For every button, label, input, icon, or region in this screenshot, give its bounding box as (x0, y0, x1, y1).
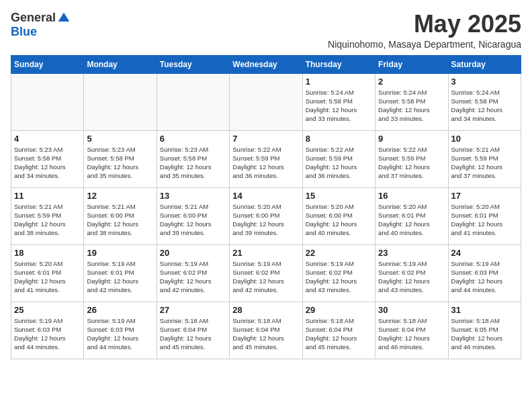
day-info: Sunrise: 5:23 AM Sunset: 5:58 PM Dayligh… (87, 145, 153, 181)
day-info: Sunrise: 5:19 AM Sunset: 6:01 PM Dayligh… (87, 259, 153, 295)
calendar-cell: 21Sunrise: 5:19 AM Sunset: 6:02 PM Dayli… (230, 244, 302, 302)
day-number: 8 (306, 134, 372, 144)
calendar-cell (84, 73, 157, 130)
calendar-cell: 30Sunrise: 5:18 AM Sunset: 6:04 PM Dayli… (375, 302, 448, 359)
day-number: 19 (87, 248, 153, 258)
calendar-header-friday: Friday (375, 55, 448, 73)
calendar-table: SundayMondayTuesdayWednesdayThursdayFrid… (11, 55, 521, 359)
calendar-cell: 23Sunrise: 5:19 AM Sunset: 6:02 PM Dayli… (375, 244, 448, 302)
day-info: Sunrise: 5:21 AM Sunset: 5:59 PM Dayligh… (451, 145, 518, 181)
day-number: 6 (160, 134, 226, 144)
calendar-header-row: SundayMondayTuesdayWednesdayThursdayFrid… (11, 55, 521, 73)
day-info: Sunrise: 5:19 AM Sunset: 6:02 PM Dayligh… (306, 259, 372, 295)
svg-marker-0 (58, 12, 70, 21)
day-info: Sunrise: 5:18 AM Sunset: 6:04 PM Dayligh… (232, 316, 299, 352)
calendar-cell: 25Sunrise: 5:19 AM Sunset: 6:03 PM Dayli… (11, 302, 84, 359)
calendar-cell: 19Sunrise: 5:19 AM Sunset: 6:01 PM Dayli… (84, 244, 157, 302)
day-number: 12 (87, 191, 153, 201)
day-info: Sunrise: 5:20 AM Sunset: 6:01 PM Dayligh… (14, 259, 81, 295)
day-info: Sunrise: 5:19 AM Sunset: 6:02 PM Dayligh… (378, 259, 445, 295)
day-number: 4 (14, 134, 81, 144)
calendar-cell: 7Sunrise: 5:22 AM Sunset: 5:59 PM Daylig… (230, 130, 302, 187)
day-number: 16 (378, 191, 445, 201)
week-row-2: 4Sunrise: 5:23 AM Sunset: 5:58 PM Daylig… (11, 130, 521, 187)
calendar-cell: 12Sunrise: 5:21 AM Sunset: 6:00 PM Dayli… (84, 187, 157, 244)
logo-blue-text: Blue (11, 25, 37, 39)
day-number: 13 (160, 191, 226, 201)
calendar-header-thursday: Thursday (302, 55, 375, 73)
day-info: Sunrise: 5:22 AM Sunset: 5:59 PM Dayligh… (232, 145, 299, 181)
calendar-cell: 1Sunrise: 5:24 AM Sunset: 5:58 PM Daylig… (302, 73, 375, 130)
day-info: Sunrise: 5:23 AM Sunset: 5:58 PM Dayligh… (160, 145, 226, 181)
logo-icon (57, 11, 71, 25)
day-number: 5 (87, 134, 153, 144)
day-info: Sunrise: 5:18 AM Sunset: 6:05 PM Dayligh… (451, 316, 518, 352)
day-number: 7 (232, 134, 299, 144)
day-number: 26 (87, 305, 153, 315)
week-row-1: 1Sunrise: 5:24 AM Sunset: 5:58 PM Daylig… (11, 73, 521, 130)
day-info: Sunrise: 5:22 AM Sunset: 5:59 PM Dayligh… (306, 145, 372, 181)
calendar-header-sunday: Sunday (11, 55, 84, 73)
day-number: 15 (306, 191, 372, 201)
calendar-cell: 10Sunrise: 5:21 AM Sunset: 5:59 PM Dayli… (448, 130, 521, 187)
day-info: Sunrise: 5:18 AM Sunset: 6:04 PM Dayligh… (378, 316, 445, 352)
day-number: 3 (451, 77, 518, 87)
day-number: 17 (451, 191, 518, 201)
day-info: Sunrise: 5:20 AM Sunset: 6:01 PM Dayligh… (378, 202, 445, 238)
day-info: Sunrise: 5:18 AM Sunset: 6:04 PM Dayligh… (306, 316, 372, 352)
header: General Blue May 2025 Niquinohomo, Masay… (11, 11, 521, 50)
calendar-cell: 27Sunrise: 5:18 AM Sunset: 6:04 PM Dayli… (157, 302, 229, 359)
day-info: Sunrise: 5:24 AM Sunset: 5:58 PM Dayligh… (306, 88, 372, 124)
calendar-cell: 29Sunrise: 5:18 AM Sunset: 6:04 PM Dayli… (302, 302, 375, 359)
calendar-cell: 18Sunrise: 5:20 AM Sunset: 6:01 PM Dayli… (11, 244, 84, 302)
calendar-cell: 16Sunrise: 5:20 AM Sunset: 6:01 PM Dayli… (375, 187, 448, 244)
day-info: Sunrise: 5:21 AM Sunset: 6:00 PM Dayligh… (160, 202, 226, 238)
day-info: Sunrise: 5:20 AM Sunset: 6:00 PM Dayligh… (232, 202, 299, 238)
calendar-cell (230, 73, 302, 130)
calendar-cell: 24Sunrise: 5:19 AM Sunset: 6:03 PM Dayli… (448, 244, 521, 302)
calendar-cell (11, 73, 84, 130)
week-row-3: 11Sunrise: 5:21 AM Sunset: 5:59 PM Dayli… (11, 187, 521, 244)
day-number: 2 (378, 77, 445, 87)
day-number: 28 (232, 305, 299, 315)
day-info: Sunrise: 5:19 AM Sunset: 6:03 PM Dayligh… (451, 259, 518, 295)
calendar-cell: 5Sunrise: 5:23 AM Sunset: 5:58 PM Daylig… (84, 130, 157, 187)
calendar-cell: 2Sunrise: 5:24 AM Sunset: 5:58 PM Daylig… (375, 73, 448, 130)
day-number: 22 (306, 248, 372, 258)
day-number: 29 (306, 305, 372, 315)
calendar-header-monday: Monday (84, 55, 157, 73)
calendar-cell: 9Sunrise: 5:22 AM Sunset: 5:59 PM Daylig… (375, 130, 448, 187)
day-info: Sunrise: 5:19 AM Sunset: 6:03 PM Dayligh… (87, 316, 153, 352)
day-info: Sunrise: 5:19 AM Sunset: 6:03 PM Dayligh… (14, 316, 81, 352)
day-info: Sunrise: 5:19 AM Sunset: 6:02 PM Dayligh… (232, 259, 299, 295)
day-info: Sunrise: 5:24 AM Sunset: 5:58 PM Dayligh… (451, 88, 518, 124)
day-info: Sunrise: 5:19 AM Sunset: 6:02 PM Dayligh… (160, 259, 226, 295)
month-title: May 2025 (328, 11, 521, 38)
day-number: 10 (451, 134, 518, 144)
day-info: Sunrise: 5:20 AM Sunset: 6:01 PM Dayligh… (451, 202, 518, 238)
day-info: Sunrise: 5:21 AM Sunset: 6:00 PM Dayligh… (87, 202, 153, 238)
day-number: 20 (160, 248, 226, 258)
calendar-cell: 13Sunrise: 5:21 AM Sunset: 6:00 PM Dayli… (157, 187, 229, 244)
calendar-header-tuesday: Tuesday (157, 55, 229, 73)
day-number: 21 (232, 248, 299, 258)
calendar-cell: 17Sunrise: 5:20 AM Sunset: 6:01 PM Dayli… (448, 187, 521, 244)
calendar-cell: 3Sunrise: 5:24 AM Sunset: 5:58 PM Daylig… (448, 73, 521, 130)
calendar-header-saturday: Saturday (448, 55, 521, 73)
calendar-cell: 11Sunrise: 5:21 AM Sunset: 5:59 PM Dayli… (11, 187, 84, 244)
day-number: 11 (14, 191, 81, 201)
calendar-cell: 14Sunrise: 5:20 AM Sunset: 6:00 PM Dayli… (230, 187, 302, 244)
day-info: Sunrise: 5:22 AM Sunset: 5:59 PM Dayligh… (378, 145, 445, 181)
calendar-cell: 15Sunrise: 5:20 AM Sunset: 6:00 PM Dayli… (302, 187, 375, 244)
day-number: 24 (451, 248, 518, 258)
day-info: Sunrise: 5:20 AM Sunset: 6:00 PM Dayligh… (306, 202, 372, 238)
calendar-cell (157, 73, 229, 130)
calendar-header-wednesday: Wednesday (230, 55, 302, 73)
day-number: 9 (378, 134, 445, 144)
logo: General Blue (11, 11, 71, 39)
day-number: 14 (232, 191, 299, 201)
calendar-cell: 22Sunrise: 5:19 AM Sunset: 6:02 PM Dayli… (302, 244, 375, 302)
location-title: Niquinohomo, Masaya Department, Nicaragu… (328, 39, 521, 50)
calendar-cell: 8Sunrise: 5:22 AM Sunset: 5:59 PM Daylig… (302, 130, 375, 187)
calendar-cell: 28Sunrise: 5:18 AM Sunset: 6:04 PM Dayli… (230, 302, 302, 359)
